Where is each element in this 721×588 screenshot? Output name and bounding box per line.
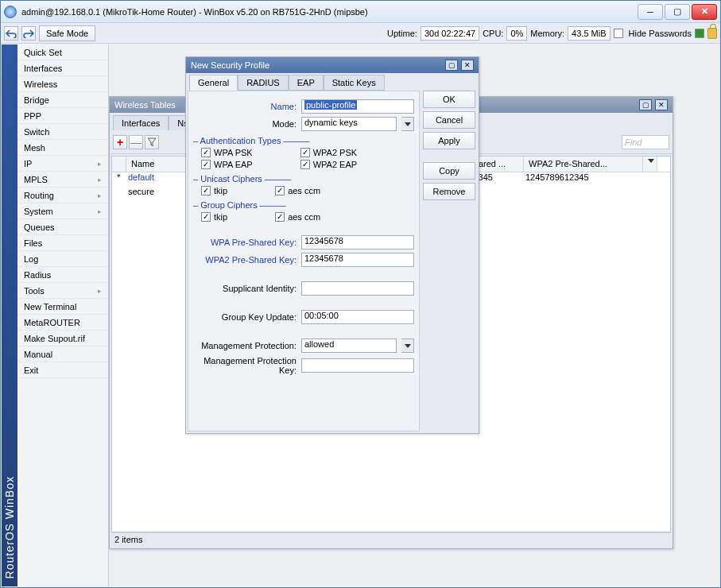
- supplicant-input[interactable]: [301, 281, 414, 296]
- nav-item-mesh[interactable]: Mesh: [17, 140, 108, 156]
- nav-item-manual[interactable]: Manual: [17, 346, 108, 362]
- nav-item-label: Interfaces: [24, 64, 62, 73]
- nav-item-label: Exit: [24, 366, 38, 375]
- nav-item-label: Queues: [24, 222, 55, 232]
- mode-dropdown-button[interactable]: [401, 117, 414, 131]
- mgmt-prot-label: Management Protection:: [193, 341, 297, 350]
- name-input[interactable]: public-profile: [301, 99, 414, 114]
- wpa2-key-input[interactable]: 12345678: [301, 253, 414, 267]
- apply-button[interactable]: Apply: [423, 132, 475, 149]
- sp-tab-general[interactable]: General: [189, 75, 238, 91]
- redo-button[interactable]: [21, 26, 36, 41]
- nav-item-exit[interactable]: Exit: [17, 362, 108, 378]
- filter-button[interactable]: [145, 135, 159, 149]
- nav-item-mpls[interactable]: MPLS▸: [17, 172, 108, 188]
- lock-icon: [707, 28, 717, 39]
- side-rail: RouterOS WinBox: [2, 44, 17, 586]
- wpa-eap-checkbox[interactable]: [201, 160, 211, 169]
- add-button[interactable]: +: [113, 135, 127, 149]
- wt-col-marker[interactable]: [112, 157, 126, 172]
- nav-item-radius[interactable]: Radius: [17, 267, 108, 283]
- minimize-button[interactable]: ─: [638, 4, 663, 20]
- row-wpa2preshared: [524, 187, 643, 201]
- unicast-tkip-checkbox[interactable]: [201, 186, 211, 195]
- wt-close-button[interactable]: ✕: [655, 99, 668, 110]
- wpa2-eap-checkbox[interactable]: [300, 160, 310, 169]
- mode-label: Mode:: [193, 119, 297, 129]
- nav-item-new-terminal[interactable]: New Terminal: [17, 299, 108, 315]
- hide-passwords-checkbox[interactable]: [614, 29, 623, 38]
- sp-tab-eap[interactable]: EAP: [289, 75, 324, 91]
- nav-item-label: PPP: [24, 111, 41, 121]
- mgmt-prot-dropdown-button[interactable]: [401, 338, 414, 353]
- nav-item-files[interactable]: Files: [17, 235, 108, 251]
- wpa-key-input[interactable]: 12345678: [301, 235, 414, 250]
- mode-select[interactable]: dynamic keys: [301, 117, 397, 131]
- mgmt-key-input[interactable]: [301, 358, 414, 373]
- nav-item-system[interactable]: System▸: [17, 203, 108, 219]
- submenu-arrow-icon: ▸: [98, 207, 102, 215]
- unicast-aes-checkbox[interactable]: [275, 186, 285, 195]
- uptime-value: 30d 02:22:47: [421, 26, 479, 41]
- undo-button[interactable]: [4, 26, 18, 41]
- nav-item-bridge[interactable]: Bridge: [17, 92, 108, 108]
- memory-value: 43.5 MiB: [568, 26, 610, 41]
- nav-item-label: Quick Set: [24, 48, 62, 57]
- nav-item-label: New Terminal: [24, 302, 76, 311]
- remove-button[interactable]: —: [129, 135, 143, 149]
- memory-label: Memory:: [530, 29, 564, 38]
- group-aes-checkbox[interactable]: [275, 212, 285, 222]
- unicast-label: – Unicast Ciphers ———: [193, 174, 414, 184]
- window-titlebar: admin@192.168.0.1 (MikroTik-Home Router)…: [1, 1, 720, 23]
- main-toolbar: Safe Mode Uptime: 30d 02:22:47 CPU: 0% M…: [1, 23, 720, 44]
- ok-button[interactable]: OK: [423, 91, 475, 108]
- wt-col-dropdown[interactable]: [643, 157, 657, 172]
- sp-tab-statickeys[interactable]: Static Keys: [324, 75, 385, 91]
- nav-item-metarouter[interactable]: MetaROUTER: [17, 315, 108, 331]
- wt-tab-interfaces[interactable]: Interfaces: [113, 115, 169, 130]
- wt-col-wpa2preshared[interactable]: WPA2 Pre-Shared...: [524, 157, 643, 172]
- nav-item-make-supout-rif[interactable]: Make Supout.rif: [17, 331, 108, 346]
- maximize-button[interactable]: ▢: [665, 4, 690, 20]
- cancel-button[interactable]: Cancel: [423, 111, 475, 129]
- nav-item-wireless[interactable]: Wireless: [17, 76, 108, 92]
- nav-item-switch[interactable]: Switch: [17, 124, 108, 140]
- nav-item-routing[interactable]: Routing▸: [17, 188, 108, 203]
- nav-item-ppp[interactable]: PPP: [17, 108, 108, 124]
- nav-item-label: Tools: [24, 286, 45, 296]
- nav-item-tools[interactable]: Tools▸: [17, 283, 108, 299]
- find-input[interactable]: Find: [622, 135, 669, 149]
- copy-button[interactable]: Copy: [423, 162, 475, 180]
- nav-item-queues[interactable]: Queues: [17, 219, 108, 235]
- sp-titlebar[interactable]: New Security Profile ▢ ✕: [186, 57, 479, 73]
- safe-mode-button[interactable]: Safe Mode: [39, 25, 95, 41]
- wpa-key-label: WPA Pre-Shared Key:: [193, 238, 297, 247]
- name-label: Name:: [193, 102, 297, 111]
- sp-close-button[interactable]: ✕: [461, 60, 474, 71]
- unicast-tkip-label: tkip: [214, 186, 227, 195]
- nav-item-quick-set[interactable]: Quick Set: [17, 44, 108, 60]
- mgmt-prot-select[interactable]: allowed: [301, 338, 397, 353]
- group-aes-label: aes ccm: [288, 212, 320, 222]
- nav-item-ip[interactable]: IP▸: [17, 156, 108, 172]
- wpa-psk-checkbox[interactable]: [201, 148, 211, 157]
- close-button[interactable]: ✕: [692, 4, 717, 20]
- status-indicator-icon: [695, 29, 704, 38]
- nav-item-log[interactable]: Log: [17, 251, 108, 267]
- group-tkip-checkbox[interactable]: [201, 212, 211, 222]
- nav-item-interfaces[interactable]: Interfaces: [17, 60, 108, 76]
- wt-minimize-button[interactable]: ▢: [639, 99, 652, 110]
- group-update-input[interactable]: 00:05:00: [301, 310, 414, 324]
- nav-item-label: Log: [24, 254, 38, 264]
- wpa2-psk-checkbox[interactable]: [300, 148, 310, 157]
- mgmt-key-label: Management Protection Key:: [193, 356, 297, 375]
- nav-item-label: Radius: [24, 270, 51, 280]
- row-wpa2preshared: 1245789612345: [524, 172, 643, 187]
- sp-tab-radius[interactable]: RADIUS: [238, 75, 289, 91]
- nav-item-label: System: [24, 207, 53, 216]
- profile-remove-button[interactable]: Remove: [423, 183, 475, 200]
- sp-minimize-button[interactable]: ▢: [445, 60, 458, 71]
- auth-types-label: – Authentication Types ———: [193, 136, 414, 145]
- wt-footer: 2 items: [111, 532, 671, 547]
- unicast-aes-label: aes ccm: [288, 186, 320, 195]
